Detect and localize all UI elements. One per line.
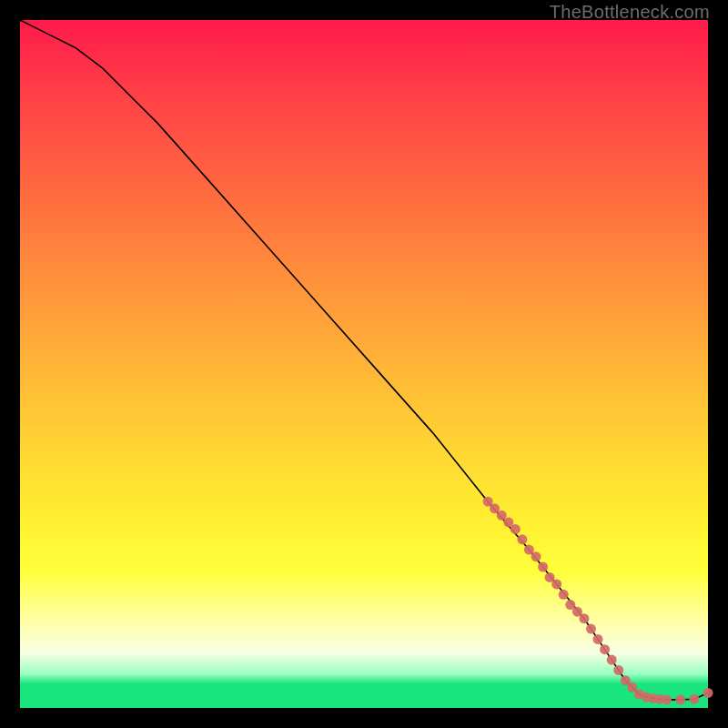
marker-point xyxy=(579,613,589,623)
marker-point xyxy=(593,634,603,644)
marker-point xyxy=(531,551,541,561)
marker-point xyxy=(662,694,672,704)
marker-point xyxy=(613,665,623,675)
marker-point xyxy=(559,590,569,600)
plot-area xyxy=(20,20,708,708)
marker-point xyxy=(600,644,610,654)
marker-point xyxy=(703,688,713,698)
marker-point xyxy=(607,655,617,665)
chart-frame: TheBottleneck.com xyxy=(0,0,728,728)
marker-point xyxy=(511,524,521,534)
marker-point xyxy=(675,694,685,704)
marker-point xyxy=(586,624,596,634)
marker-point xyxy=(689,694,699,704)
marker-point xyxy=(517,534,527,544)
highlight-markers xyxy=(483,497,713,705)
marker-point xyxy=(551,579,561,589)
marker-point xyxy=(538,562,548,572)
chart-svg xyxy=(20,20,708,708)
curve-line xyxy=(20,20,708,700)
